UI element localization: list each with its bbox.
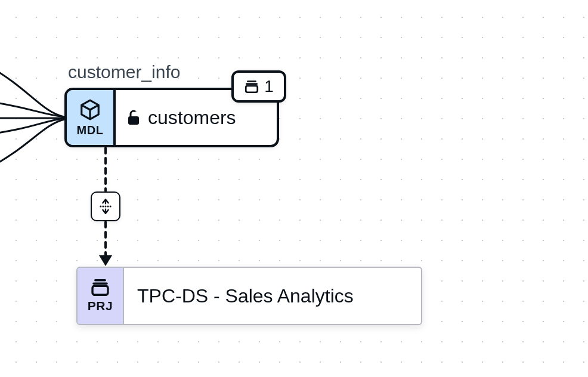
svg-rect-12 [92,286,108,295]
svg-rect-4 [246,86,258,92]
model-name: customers [148,107,236,129]
stack-icon [90,279,110,296]
svg-point-6 [102,205,104,207]
svg-point-8 [107,205,109,207]
svg-rect-0 [128,116,139,125]
expand-vertical-icon [97,198,114,215]
stack-icon [244,79,259,94]
svg-rect-1 [135,112,140,116]
expand-edge-button[interactable] [91,191,120,221]
model-group-label: customer_info [68,62,180,82]
cube-icon [79,98,101,121]
svg-point-9 [110,205,112,207]
project-type-label: PRJ [88,299,113,313]
svg-point-7 [104,205,106,207]
model-count-badge[interactable]: 1 [231,70,286,103]
model-type-label: MDL [77,123,104,137]
project-title: TPC-DS - Sales Analytics [124,268,421,324]
model-type-slot: MDL [67,90,116,145]
lock-open-icon [126,109,141,126]
project-type-slot: PRJ [78,268,124,324]
svg-point-5 [100,205,101,207]
project-node[interactable]: PRJ TPC-DS - Sales Analytics [76,267,422,325]
model-count: 1 [264,77,274,96]
